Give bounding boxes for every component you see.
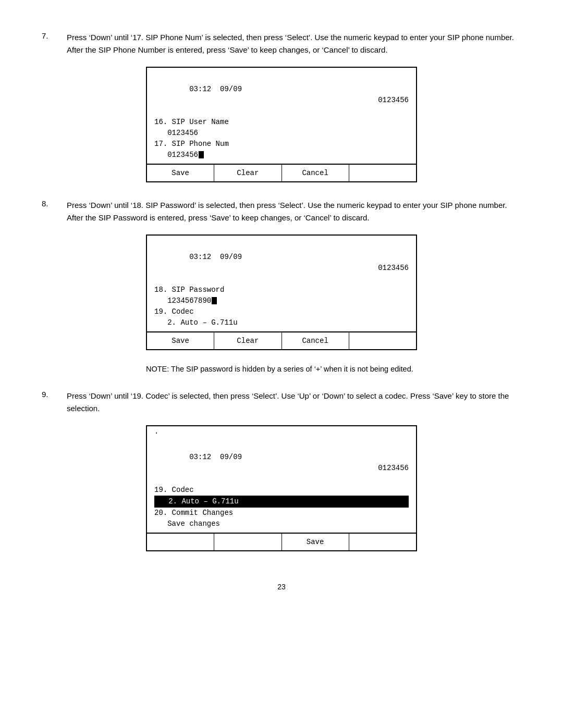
step-8-text: Press ‘Down’ until ‘18. SIP Password’ is… <box>67 199 521 224</box>
page-number: 23 <box>42 583 521 591</box>
screen-3-time: 03:12 09/09 <box>189 453 242 461</box>
screen-1-btn-empty <box>349 165 416 181</box>
step-8-num: 8. <box>42 199 67 224</box>
screen-2-buttons: Save Clear Cancel <box>147 331 416 349</box>
screen-3-body: 03:12 09/09 0123456 19. Codec 2. Auto – … <box>147 436 416 533</box>
screen-3-btn-save[interactable]: Save <box>282 534 349 550</box>
cursor-1 <box>199 151 204 158</box>
screen-3-ext: 0123456 <box>378 463 409 474</box>
screen-3-dot: . <box>147 426 416 436</box>
screen-1-time: 03:12 09/09 <box>189 85 242 93</box>
step-7-text: Press ‘Down’ until ‘17. SIP Phone Num’ i… <box>67 31 521 56</box>
screen-2-row-1: 1234567890 <box>154 295 409 306</box>
screen-2-btn-cancel[interactable]: Cancel <box>282 332 349 349</box>
screen-2-body: 03:12 09/09 0123456 18. SIP Password 123… <box>147 236 416 331</box>
step-8-block: 8. Press ‘Down’ until ‘18. SIP Password’… <box>42 199 521 224</box>
screen-1-row-2: 17. SIP Phone Num <box>154 139 409 150</box>
step-9-text: Press ‘Down’ until ‘19. Codec’ is select… <box>67 390 521 415</box>
screen-3-row-0: 19. Codec <box>154 485 409 496</box>
screen-3-row-2: 20. Commit Changes <box>154 508 409 519</box>
screen-3: . 03:12 09/09 0123456 19. Codec 2. Auto … <box>146 425 417 551</box>
screen-1-btn-save[interactable]: Save <box>147 165 214 181</box>
screen-1-row-1: 0123456 <box>154 128 409 139</box>
screen-2-row-2: 19. Codec <box>154 306 409 317</box>
screen-1-body: 03:12 09/09 0123456 16. SIP User Name 01… <box>147 68 416 164</box>
step-8-section: 8. Press ‘Down’ until ‘18. SIP Password’… <box>42 199 521 373</box>
step-7-num: 7. <box>42 31 67 56</box>
screen-2-header: 03:12 09/09 0123456 <box>154 241 409 285</box>
screen-1-row-3: 0123456 <box>154 150 409 161</box>
screen-3-buttons: Save <box>147 533 416 550</box>
screen-2-row-0: 18. SIP Password <box>154 285 409 295</box>
screen-1-row-0: 16. SIP User Name <box>154 117 409 128</box>
step-9-num: 9. <box>42 390 67 415</box>
screen-1-ext: 0123456 <box>378 95 409 106</box>
screen-3-btn-empty-2 <box>214 534 282 550</box>
step-7-section: 7. Press ‘Down’ until ‘17. SIP Phone Num… <box>42 31 521 182</box>
screen-3-row-3: Save changes <box>154 519 409 529</box>
screen-1-btn-cancel[interactable]: Cancel <box>282 165 349 181</box>
step-9-block: 9. Press ‘Down’ until ‘19. Codec’ is sel… <box>42 390 521 415</box>
screen-3-row-1-highlight: 2. Auto – G.711u <box>154 496 409 508</box>
screen-1-header: 03:12 09/09 0123456 <box>154 73 409 117</box>
step-7-block: 7. Press ‘Down’ until ‘17. SIP Phone Num… <box>42 31 521 56</box>
screen-3-btn-empty-3 <box>349 534 416 550</box>
screen-2-row-3: 2. Auto – G.711u <box>154 317 409 328</box>
screen-1: 03:12 09/09 0123456 16. SIP User Name 01… <box>146 67 417 182</box>
screen-1-btn-clear[interactable]: Clear <box>214 165 282 181</box>
screen-1-buttons: Save Clear Cancel <box>147 164 416 181</box>
screen-2-btn-clear[interactable]: Clear <box>214 332 282 349</box>
screen-3-btn-empty-1 <box>147 534 214 550</box>
note-text: NOTE: The SIP password is hidden by a se… <box>146 365 417 373</box>
screen-2-btn-save[interactable]: Save <box>147 332 214 349</box>
screen-2-ext: 0123456 <box>378 263 409 274</box>
step-9-section: 9. Press ‘Down’ until ‘19. Codec’ is sel… <box>42 390 521 551</box>
screen-2-btn-empty <box>349 332 416 349</box>
cursor-2 <box>212 297 217 304</box>
screen-2: 03:12 09/09 0123456 18. SIP Password 123… <box>146 235 417 350</box>
screen-2-time: 03:12 09/09 <box>189 253 242 261</box>
screen-3-header: 03:12 09/09 0123456 <box>154 441 409 485</box>
